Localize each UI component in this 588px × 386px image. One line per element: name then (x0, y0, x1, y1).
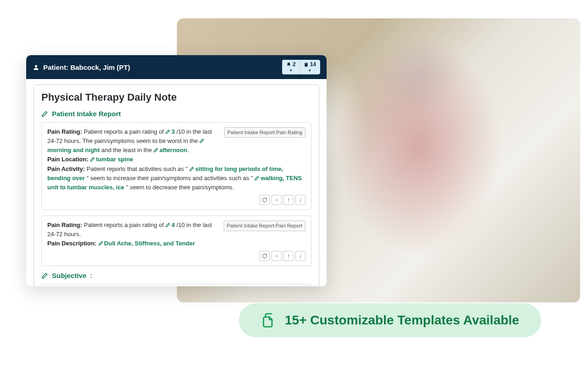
text: Patient reports that activities such as … (87, 165, 188, 172)
field-label-pain-activity: Pain Activity: (47, 165, 85, 172)
documents-icon (261, 312, 277, 328)
page-title: Physical Therapy Daily Note (41, 91, 311, 103)
move-up-button[interactable]: ↑ (283, 251, 294, 261)
move-down-button[interactable]: ↓ (295, 251, 305, 261)
edit-icon (199, 138, 204, 143)
collapse-button[interactable]: − (271, 195, 282, 205)
tasks-count: 14 (310, 62, 316, 67)
block-action-row: − ↑ ↓ (47, 251, 305, 261)
alerts-count: 2 (293, 62, 296, 67)
caret-down-icon: ▼ (289, 69, 293, 73)
person-icon (33, 64, 40, 71)
panel-body: Physical Therapy Daily Note Patient Inta… (26, 79, 327, 286)
bell-icon (286, 62, 291, 67)
banner-text: 15+ Customizable Templates Available (285, 313, 519, 328)
text: and the least in the (102, 147, 153, 153)
titlebar-badges: 2 ▼ 14 ▼ (282, 60, 320, 74)
editable-pain-description[interactable]: Dull Ache, Stiffness, and Tender (98, 240, 195, 247)
text: " seem to decrease their pain/symptoms. (126, 184, 234, 191)
editable-least-time[interactable]: afternoon (153, 147, 187, 153)
move-up-button[interactable]: ↑ (283, 195, 294, 205)
block-action-row: − ↑ ↓ (47, 195, 305, 205)
collapse-button[interactable]: − (271, 251, 282, 261)
edit-icon (165, 222, 170, 227)
field-label-pain-description: Pain Description: (47, 240, 96, 247)
tasks-badge[interactable]: 14 ▼ (300, 60, 320, 74)
section-colon: : (90, 272, 92, 279)
caret-down-icon: ▼ (308, 69, 311, 73)
alerts-badge[interactable]: 2 ▼ (282, 60, 300, 74)
text: Patient reports a pain rating of (84, 221, 165, 228)
move-down-button[interactable]: ↓ (295, 195, 305, 205)
field-label-pain-rating: Pain Rating: (47, 128, 82, 135)
edit-icon (98, 241, 103, 246)
field-label-pain-rating: Pain Rating: (47, 221, 82, 228)
patient-label: Patient: Babcock, Jim (PT) (33, 63, 130, 71)
editable-pain-location[interactable]: lumbar spine (90, 156, 133, 163)
section-intake-header[interactable]: Patient Intake Report (41, 110, 311, 118)
section-intake-title: Patient Intake Report (52, 110, 121, 118)
text: " seem to increase their pain/symptoms a… (86, 175, 253, 182)
subjective-block: Pain: Subjective:Pain Rating Rating: Cur… (41, 284, 311, 286)
field-label-pain-location: Pain Location: (47, 156, 89, 163)
edit-icon (41, 272, 48, 279)
block-source-chip[interactable]: Patient Intake Report:Pain Rating (224, 127, 305, 138)
refresh-button[interactable] (260, 251, 270, 261)
refresh-button[interactable] (260, 195, 270, 205)
edit-icon (41, 110, 48, 117)
editable-pain-rating-value[interactable]: 4 (165, 221, 175, 228)
intake-block-2: Patient Intake Report:Pain Report Pain R… (41, 216, 311, 266)
intake-block-1: Patient Intake Report:Pain Rating Pain R… (41, 122, 311, 210)
edit-icon (189, 166, 194, 171)
clipboard-icon (304, 62, 309, 67)
editable-pain-rating-value[interactable]: 3 (165, 128, 175, 135)
note-container: Physical Therapy Daily Note Patient Inta… (34, 85, 319, 286)
block-source-chip[interactable]: Patient Intake Report:Pain Report (224, 221, 305, 231)
patient-name-text: Patient: Babcock, Jim (PT) (43, 63, 130, 71)
section-subjective-header[interactable]: Subjective : (41, 272, 311, 279)
text: Patient reports a pain rating of (84, 128, 165, 135)
edit-icon (90, 157, 95, 162)
panel-titlebar: Patient: Babcock, Jim (PT) 2 ▼ 14 (26, 55, 327, 79)
edit-icon (254, 176, 260, 181)
edit-icon (165, 129, 170, 134)
section-subjective-title: Subjective (52, 272, 86, 279)
svg-point-0 (35, 65, 37, 67)
edit-icon (153, 148, 158, 153)
templates-banner: 15+ Customizable Templates Available (239, 303, 541, 337)
note-panel: Patient: Babcock, Jim (PT) 2 ▼ 14 (26, 55, 327, 286)
